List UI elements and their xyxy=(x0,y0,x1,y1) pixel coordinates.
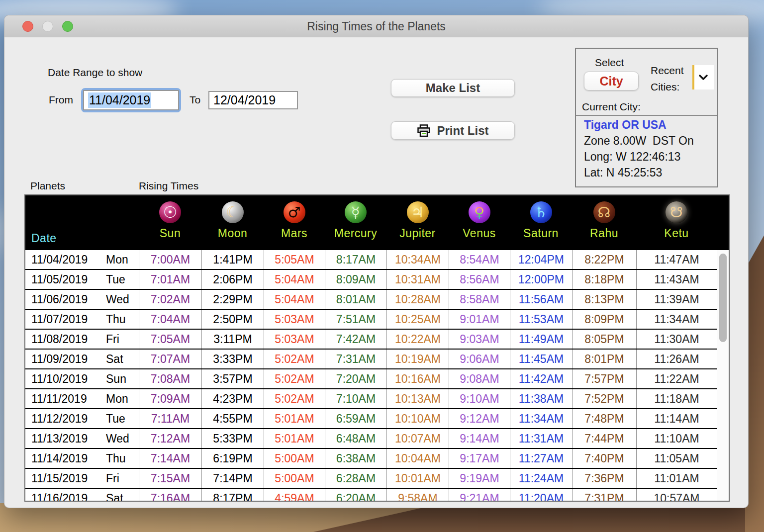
column-label: Rahu xyxy=(590,227,618,240)
time-cell-venus: 9:19AM xyxy=(449,469,510,488)
time-cell-venus: 9:01AM xyxy=(449,310,510,329)
table-row: 11/06/2019Wed7:02AM2:29PM5:04AM8:01AM10:… xyxy=(25,290,717,310)
date-range-label: Date Range to show xyxy=(48,67,142,79)
date-cell: 11/06/2019Wed xyxy=(25,290,139,309)
time-cell-venus: 9:21AM xyxy=(449,489,510,502)
time-cell-ketu: 11:22AM xyxy=(636,369,717,388)
time-cell-mars: 5:02AM xyxy=(264,350,325,368)
time-cell-sun: 7:15AM xyxy=(139,469,201,488)
current-city-label: Current City: xyxy=(582,101,641,113)
saturn-icon: ♄ xyxy=(530,201,552,223)
select-city-button[interactable]: City xyxy=(584,72,639,90)
time-cell-saturn: 11:53AM xyxy=(510,310,572,329)
time-cell-mercury: 7:31AM xyxy=(325,350,386,368)
table-row: 11/07/2019Thu7:04AM2:50PM5:03AM7:51AM10:… xyxy=(25,310,717,330)
scrollbar-thumb[interactable] xyxy=(719,254,727,342)
from-date-field[interactable]: 11/04/2019 xyxy=(81,88,181,112)
ketu-icon: ☋ xyxy=(666,201,687,223)
venus-icon: ♀ xyxy=(469,201,490,223)
column-header-mars: ♂Mars xyxy=(264,195,325,250)
rising-times-label: Rising Times xyxy=(139,180,198,192)
table-header: Date ☉Sun☾Moon♂Mars☿Mercury♃Jupiter♀Venu… xyxy=(25,195,729,250)
column-header-jupiter: ♃Jupiter xyxy=(386,195,449,250)
time-cell-rahu: 7:44PM xyxy=(572,429,636,448)
mercury-icon: ☿ xyxy=(345,201,367,223)
time-cell-mercury: 6:59AM xyxy=(325,409,386,428)
make-list-label: Make List xyxy=(426,81,480,95)
time-cell-venus: 9:14AM xyxy=(449,429,510,448)
time-cell-mars: 5:02AM xyxy=(264,389,325,408)
app-window: Rising Times of the Planets Date Range t… xyxy=(4,15,749,508)
time-cell-moon: 2:50PM xyxy=(201,310,264,329)
to-date-field[interactable]: 12/04/2019 xyxy=(208,91,298,109)
time-cell-rahu: 8:18PM xyxy=(572,270,636,289)
mars-icon: ♂ xyxy=(284,201,305,223)
time-cell-mercury: 7:10AM xyxy=(325,389,386,408)
jupiter-icon: ♃ xyxy=(407,201,429,223)
current-city-name: Tigard OR USA xyxy=(584,118,667,132)
time-cell-venus: 9:10AM xyxy=(449,389,510,408)
time-cell-moon: 2:06PM xyxy=(201,270,264,289)
time-cell-rahu: 7:48PM xyxy=(572,409,636,428)
time-cell-venus: 8:58AM xyxy=(449,290,510,309)
time-cell-saturn: 11:24AM xyxy=(510,469,572,488)
rahu-icon: ☊ xyxy=(593,201,615,223)
time-cell-mercury: 7:20AM xyxy=(325,369,386,388)
time-cell-rahu: 7:31PM xyxy=(572,489,636,502)
recent-cities-dropdown[interactable] xyxy=(692,65,714,89)
time-cell-sun: 7:14AM xyxy=(139,449,201,468)
time-cell-jupiter: 10:28AM xyxy=(386,290,449,309)
minimize-button[interactable] xyxy=(42,21,53,32)
printer-icon xyxy=(417,124,431,137)
print-list-label: Print List xyxy=(437,124,488,138)
date-cell: 11/14/2019Thu xyxy=(25,449,139,468)
column-label: Mars xyxy=(281,227,307,240)
dropdown-focus-bar xyxy=(692,65,694,89)
time-cell-moon: 4:55PM xyxy=(201,409,264,428)
print-list-button[interactable]: Print List xyxy=(391,121,515,140)
time-cell-jupiter: 10:19AM xyxy=(386,350,449,368)
time-cell-rahu: 8:01PM xyxy=(572,350,636,368)
table-row: 11/16/2019Sat7:16AM8:17PM4:59AM6:20AM9:5… xyxy=(25,489,717,502)
zoom-button[interactable] xyxy=(62,21,73,32)
column-label: Ketu xyxy=(664,227,688,240)
table-row: 11/10/2019Sun7:08AM3:57PM5:02AM7:20AM10:… xyxy=(25,369,717,389)
date-cell: 11/15/2019Fri xyxy=(25,469,139,488)
time-cell-saturn: 11:49AM xyxy=(510,330,572,349)
time-cell-ketu: 11:43AM xyxy=(636,270,717,289)
time-cell-jupiter: 10:34AM xyxy=(386,250,449,269)
time-cell-ketu: 10:57AM xyxy=(636,489,717,502)
time-cell-ketu: 11:01AM xyxy=(636,469,717,488)
table-row: 11/04/2019Mon7:00AM1:41PM5:05AM8:17AM10:… xyxy=(25,250,717,270)
column-label: Moon xyxy=(218,227,248,240)
time-cell-saturn: 11:27AM xyxy=(510,449,572,468)
close-button[interactable] xyxy=(22,21,33,32)
column-label: Jupiter xyxy=(399,227,436,240)
make-list-button[interactable]: Make List xyxy=(391,79,515,97)
time-cell-moon: 7:14PM xyxy=(201,469,264,488)
table-row: 11/05/2019Tue7:01AM2:06PM5:04AM8:09AM10:… xyxy=(25,270,717,290)
column-header-moon: ☾Moon xyxy=(201,195,264,250)
column-label: Saturn xyxy=(523,227,559,240)
time-cell-saturn: 11:31AM xyxy=(510,429,572,448)
time-cell-mars: 5:04AM xyxy=(264,270,325,289)
time-cell-ketu: 11:34AM xyxy=(636,310,717,329)
table-row: 11/09/2019Sat7:07AM3:33PM5:02AM7:31AM10:… xyxy=(25,350,717,369)
time-cell-moon: 5:33PM xyxy=(201,429,264,448)
column-header-saturn: ♄Saturn xyxy=(510,195,572,250)
time-cell-sun: 7:09AM xyxy=(139,389,201,408)
column-label: Venus xyxy=(463,227,495,240)
time-cell-venus: 8:56AM xyxy=(449,270,510,289)
time-cell-venus: 8:54AM xyxy=(449,250,510,269)
city-panel: Select City Recent Cities: Current City:… xyxy=(575,48,718,187)
time-cell-saturn: 11:20AM xyxy=(510,489,572,502)
time-cell-saturn: 12:04PM xyxy=(510,250,572,269)
table-scrollbar[interactable] xyxy=(717,250,729,501)
time-cell-mercury: 6:28AM xyxy=(325,469,386,488)
chevron-down-icon xyxy=(699,75,708,80)
to-label: To xyxy=(190,94,200,106)
time-cell-rahu: 8:05PM xyxy=(572,330,636,349)
table-row: 11/13/2019Wed7:12AM5:33PM5:01AM6:48AM10:… xyxy=(25,429,717,449)
date-cell: 11/13/2019Wed xyxy=(25,429,139,448)
time-cell-moon: 3:11PM xyxy=(201,330,264,349)
